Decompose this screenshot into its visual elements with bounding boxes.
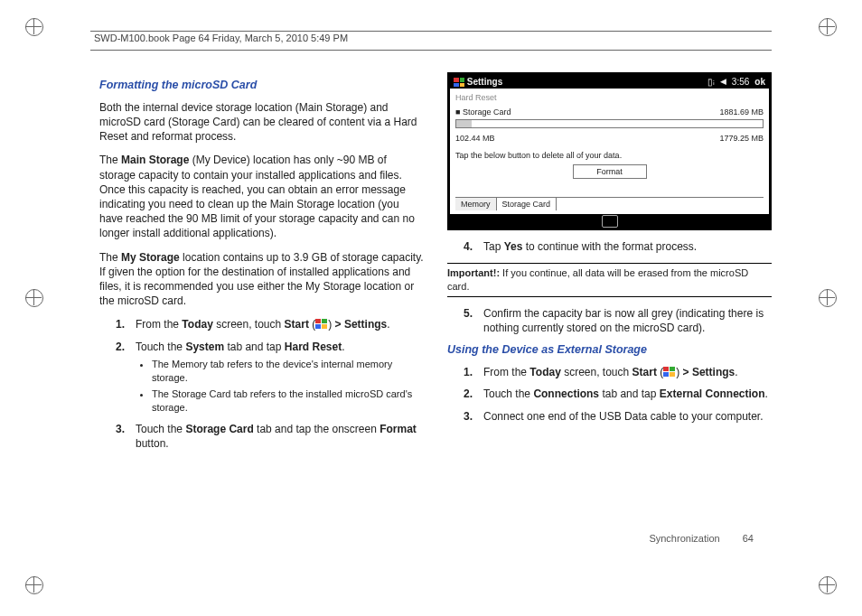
speaker-icon: ◀ — [720, 76, 726, 87]
page-footer: Synchronization 64 — [649, 532, 754, 546]
steps-list-cont: Tap Yes to continue with the format proc… — [464, 239, 772, 254]
footer-section: Synchronization — [649, 533, 719, 544]
important-note: Important!: If you continue, all data wi… — [447, 263, 772, 297]
bullet-item: The Storage Card tab refers to the insta… — [152, 387, 424, 415]
windows-logo-icon — [454, 78, 464, 87]
page-header: SWD-M100.book Page 64 Friday, March 5, 2… — [90, 31, 772, 51]
step-item: Touch the Connections tab and tap Extern… — [464, 387, 772, 401]
step-item: Touch the System tab and tap Hard Reset.… — [116, 340, 424, 415]
step-item: Tap Yes to continue with the format proc… — [464, 239, 772, 254]
windows-logo-icon — [315, 319, 328, 330]
keyboard-icon — [602, 215, 618, 228]
left-column: Formatting the microSD Card Both the int… — [99, 72, 424, 562]
right-column: Settings ▯ᵢ ◀ 3:56 ok Hard Reset ■ Stora… — [447, 72, 772, 562]
crop-mark-icon — [25, 289, 43, 311]
steps-list: From the Today screen, touch Start () > … — [116, 317, 424, 451]
screenshot-bottombar — [450, 214, 769, 228]
ok-button: ok — [754, 76, 765, 89]
section-heading-format: Formatting the microSD Card — [99, 78, 424, 93]
step-item: Connect one end of the USB Data cable to… — [464, 409, 772, 424]
crop-mark-icon — [819, 18, 837, 40]
screenshot-titlebar: Settings ▯ᵢ ◀ 3:56 ok — [450, 75, 769, 89]
capacity-bar — [455, 119, 764, 128]
storage-row: ■ Storage Card 1881.69 MB — [455, 106, 764, 118]
hard-reset-label: Hard Reset — [455, 92, 764, 103]
crop-mark-icon — [25, 18, 43, 40]
bullet-item: The Memory tab refers to the device's in… — [152, 358, 424, 385]
paragraph: The Main Storage (My Device) location ha… — [99, 153, 424, 240]
tab-memory: Memory — [455, 198, 497, 210]
paragraph: The My Storage location contains up to 3… — [99, 250, 424, 309]
paragraph: Both the internal device storage locatio… — [99, 100, 424, 145]
steps-list-b: From the Today screen, touch Start () > … — [464, 365, 772, 424]
screenshot-tabs: Memory Storage Card — [455, 197, 764, 210]
section-heading-external: Using the Device as External Storage — [447, 342, 772, 358]
crop-mark-icon — [819, 289, 837, 311]
crop-mark-icon — [25, 576, 43, 598]
screenshot-body: Hard Reset ■ Storage Card 1881.69 MB 102… — [450, 89, 769, 215]
format-message: Tap the below button to delete all of yo… — [455, 150, 764, 161]
signal-icon: ▯ᵢ — [707, 76, 715, 89]
step-item: Confirm the capacity bar is now all grey… — [464, 306, 772, 335]
step-item: Touch the Storage Card tab and tap the o… — [116, 422, 424, 451]
clock-text: 3:56 — [732, 76, 749, 89]
device-screenshot: Settings ▯ᵢ ◀ 3:56 ok Hard Reset ■ Stora… — [447, 72, 772, 230]
steps-list-cont2: Confirm the capacity bar is now all grey… — [464, 306, 772, 335]
page-body: Formatting the microSD Card Both the int… — [99, 72, 772, 562]
crop-mark-icon — [819, 576, 837, 598]
windows-logo-icon — [663, 367, 676, 378]
storage-row: 102.44 MB 1779.25 MB — [455, 132, 764, 145]
format-button: Format — [573, 164, 647, 179]
tab-storage-card: Storage Card — [497, 198, 557, 210]
step-item: From the Today screen, touch Start () > … — [116, 317, 424, 331]
page-number: 64 — [743, 533, 754, 544]
step-item: From the Today screen, touch Start () > … — [464, 365, 772, 379]
